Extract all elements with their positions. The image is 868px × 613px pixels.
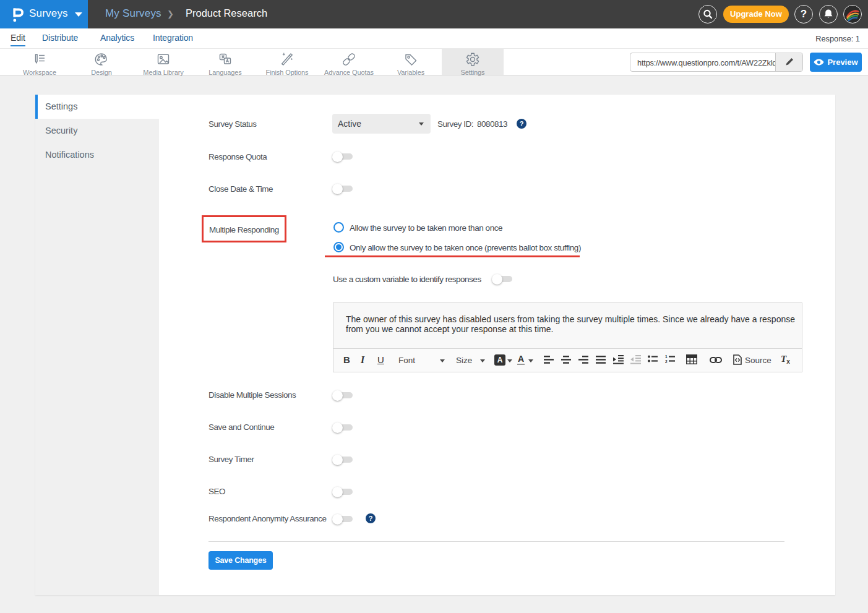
svg-text:2: 2 xyxy=(665,359,668,364)
svg-text:1: 1 xyxy=(665,355,668,359)
